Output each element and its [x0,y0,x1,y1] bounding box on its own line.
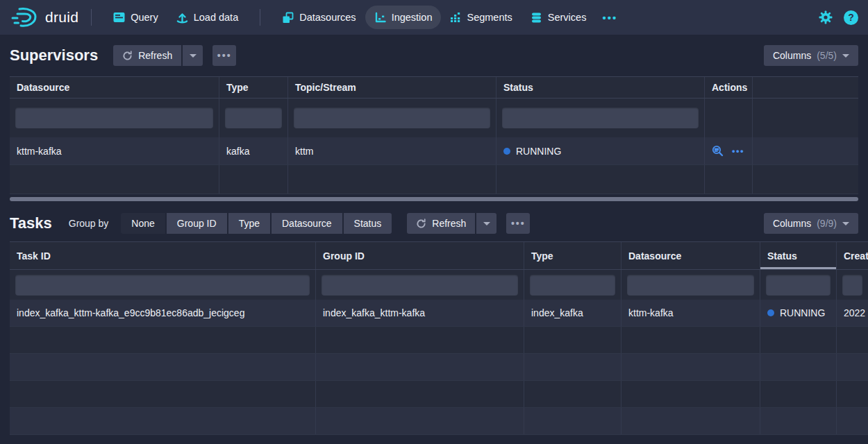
nav-item-load-data[interactable]: Load data [167,6,248,29]
supervisors-refresh-caret-button[interactable] [183,45,203,66]
tasks-refresh-group: Refresh [407,213,496,234]
empty-row [10,408,868,435]
group-by-datasource-button[interactable]: Datasource [272,213,342,234]
supervisors-filter-status[interactable] [502,108,699,128]
tasks-refresh-caret-button[interactable] [476,213,496,234]
filler-cell [753,137,858,164]
col-header-type[interactable]: Type [219,77,288,98]
nav-item-label: Segments [467,12,512,23]
tasks-filter-created-time[interactable] [842,275,862,296]
druid-logo-icon [10,6,39,28]
col-header-datasource[interactable]: Datasource [10,77,219,98]
status-dot [503,148,510,155]
tasks-more-button[interactable]: ••• [506,213,530,234]
supervisors-filter-topic-stream[interactable] [294,108,490,128]
col-header-group-id[interactable]: Group ID [316,242,524,269]
task-datasource: kttm-kafka [621,300,760,326]
nav-item-label: Ingestion [392,12,433,23]
supervisor-topic: kttm [288,137,496,164]
supervisor-status: RUNNING [496,137,705,164]
task-status: RUNNING [760,300,837,326]
supervisors-refresh-group: Refresh [113,45,203,66]
refresh-label: Refresh [138,50,172,61]
supervisors-table: Datasource Type Topic/Stream Status Acti… [10,76,858,194]
help-icon[interactable]: ? [844,10,858,25]
filter-cell [837,270,868,300]
supervisors-refresh-button[interactable]: Refresh [113,45,181,66]
empty-cell [753,165,858,194]
supervisors-columns-button[interactable]: Columns (5/5) [764,45,858,66]
col-header-status-sorted[interactable]: Status [760,242,837,269]
filter-cell [219,99,288,137]
status-label: RUNNING [780,307,825,318]
empty-cell [316,327,524,353]
tasks-filter-type[interactable] [530,275,615,296]
col-header-topic-stream[interactable]: Topic/Stream [288,77,496,98]
task-row[interactable]: index_kafka_kttm-kafka_e9cc9b81ec86adb_j… [10,300,868,327]
empty-cell [524,327,621,353]
empty-cell [316,381,524,407]
supervisors-filter-datasource[interactable] [15,108,213,128]
group-by-none-button[interactable]: None [121,213,165,234]
empty-row [10,354,868,381]
empty-cell [705,165,753,194]
tasks-title: Tasks [10,214,52,232]
group-by-status-button[interactable]: Status [344,213,392,234]
supervisor-actions: ••• [705,137,753,164]
empty-cell [524,354,621,380]
tasks-filter-group-id[interactable] [322,275,518,296]
empty-cell [621,408,760,434]
supervisors-filter-type[interactable] [225,108,282,128]
nav-item-query[interactable]: Query [104,6,167,29]
tasks-filter-task-id[interactable] [15,275,310,296]
empty-cell [837,381,868,407]
nav-item-label: Datasources [299,12,356,23]
supervisors-filter-row [10,99,858,137]
nav-item-datasources[interactable]: Datasources [273,6,365,29]
col-header-created-time[interactable]: Created time [837,242,868,269]
empty-cell [760,408,837,434]
supervisor-row[interactable]: kttm-kafka kafka kttm RUNNING ••• [10,137,858,165]
nav-item-label: Query [131,12,158,23]
tasks-refresh-button[interactable]: Refresh [407,213,475,234]
chevron-down-icon [842,222,849,225]
tasks-filter-status[interactable] [766,275,831,296]
inspect-payload-icon[interactable] [712,145,724,157]
chevron-down-icon [483,222,490,225]
col-header-type[interactable]: Type [524,242,621,269]
task-group-id: index_kafka_kttm-kafka [316,300,524,326]
empty-row [10,165,858,194]
druid-logo[interactable]: druid [10,6,78,28]
empty-cell [760,381,837,407]
supervisors-more-button[interactable]: ••• [212,45,236,66]
empty-cell [496,165,705,194]
filter-cell [621,270,760,300]
group-by-type-button[interactable]: Type [228,213,270,234]
row-more-actions-icon[interactable]: ••• [732,146,744,156]
group-by-label: Group by [69,218,109,229]
upload-icon [176,12,188,24]
nav-item-ingestion[interactable]: Ingestion [365,6,442,29]
nav-item-services[interactable]: Services [521,6,596,29]
group-by-group-id-button[interactable]: Group ID [167,213,227,234]
empty-cell [837,408,868,434]
empty-cell [10,354,316,380]
col-header-task-id[interactable]: Task ID [10,242,316,269]
task-created-time: 2022 [837,300,868,326]
col-header-datasource[interactable]: Datasource [621,242,760,269]
group-by-segmented-control: None Group ID Type Datasource Status [121,213,392,234]
refresh-icon [416,219,426,229]
nav-more-icon[interactable]: ••• [595,12,624,24]
nav-right: ? [819,10,858,25]
tasks-columns-button[interactable]: Columns (9/9) [764,213,858,234]
filter-cell [760,270,837,300]
empty-cell [837,354,868,380]
empty-cell [760,327,837,353]
tasks-header: Tasks Group by None Group ID Type Dataso… [0,201,868,241]
gear-icon[interactable] [819,10,833,24]
col-header-status[interactable]: Status [496,77,705,98]
tasks-filter-datasource[interactable] [627,275,754,296]
nav-item-segments[interactable]: Segments [441,6,521,29]
empty-row [10,327,868,354]
filter-cell [10,99,219,137]
